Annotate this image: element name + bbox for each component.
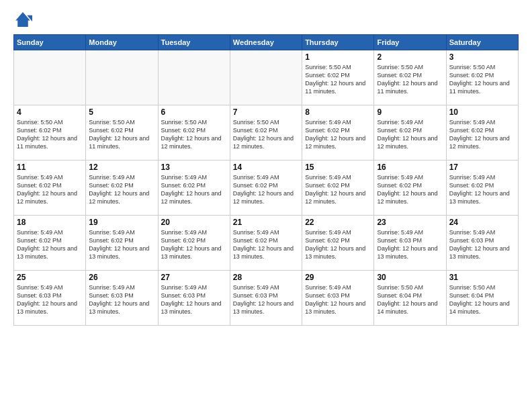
day-number: 6 bbox=[161, 107, 227, 117]
day-number: 10 bbox=[449, 107, 515, 117]
calendar-cell bbox=[14, 50, 86, 105]
cell-details: Sunrise: 5:49 AMSunset: 6:02 PMDaylight:… bbox=[449, 173, 515, 206]
cell-details: Sunrise: 5:49 AMSunset: 6:03 PMDaylight:… bbox=[449, 228, 515, 261]
cell-details: Sunrise: 5:50 AMSunset: 6:02 PMDaylight:… bbox=[377, 63, 443, 96]
page: SundayMondayTuesdayWednesdayThursdayFrid… bbox=[0, 0, 532, 411]
day-number: 12 bbox=[89, 163, 154, 172]
day-number: 9 bbox=[377, 107, 443, 117]
day-number: 26 bbox=[89, 273, 154, 282]
cell-details: Sunrise: 5:49 AMSunset: 6:03 PMDaylight:… bbox=[233, 283, 299, 316]
cell-details: Sunrise: 5:49 AMSunset: 6:03 PMDaylight:… bbox=[305, 283, 371, 316]
calendar-cell: 21Sunrise: 5:49 AMSunset: 6:02 PMDayligh… bbox=[230, 216, 302, 271]
cell-details: Sunrise: 5:49 AMSunset: 6:02 PMDaylight:… bbox=[305, 228, 371, 261]
calendar-cell: 6Sunrise: 5:50 AMSunset: 6:02 PMDaylight… bbox=[158, 105, 230, 161]
cell-details: Sunrise: 5:49 AMSunset: 6:02 PMDaylight:… bbox=[89, 173, 154, 206]
day-number: 4 bbox=[17, 107, 83, 117]
day-number: 19 bbox=[89, 218, 154, 227]
cell-details: Sunrise: 5:50 AMSunset: 6:02 PMDaylight:… bbox=[305, 63, 371, 96]
calendar-cell: 29Sunrise: 5:49 AMSunset: 6:03 PMDayligh… bbox=[302, 271, 374, 326]
day-number: 22 bbox=[305, 218, 371, 227]
weekday-header-monday: Monday bbox=[86, 35, 158, 50]
day-number: 18 bbox=[17, 218, 83, 227]
calendar-cell: 11Sunrise: 5:49 AMSunset: 6:02 PMDayligh… bbox=[14, 161, 86, 216]
cell-details: Sunrise: 5:49 AMSunset: 6:03 PMDaylight:… bbox=[17, 283, 83, 316]
logo-icon bbox=[13, 10, 32, 29]
cell-details: Sunrise: 5:49 AMSunset: 6:03 PMDaylight:… bbox=[377, 228, 443, 261]
calendar-cell: 4Sunrise: 5:50 AMSunset: 6:02 PMDaylight… bbox=[14, 105, 86, 161]
week-row-3: 18Sunrise: 5:49 AMSunset: 6:02 PMDayligh… bbox=[14, 216, 519, 271]
day-number: 24 bbox=[449, 218, 515, 227]
calendar-cell: 18Sunrise: 5:49 AMSunset: 6:02 PMDayligh… bbox=[14, 216, 86, 271]
calendar-cell: 26Sunrise: 5:49 AMSunset: 6:03 PMDayligh… bbox=[86, 271, 158, 326]
day-number: 28 bbox=[233, 273, 299, 282]
calendar-cell: 19Sunrise: 5:49 AMSunset: 6:02 PMDayligh… bbox=[86, 216, 158, 271]
calendar-cell bbox=[158, 50, 230, 105]
calendar-cell: 1Sunrise: 5:50 AMSunset: 6:02 PMDaylight… bbox=[302, 50, 374, 105]
calendar-cell bbox=[230, 50, 302, 105]
day-number: 20 bbox=[161, 218, 227, 227]
day-number: 5 bbox=[89, 107, 154, 117]
day-number: 23 bbox=[377, 218, 443, 227]
day-number: 11 bbox=[17, 163, 83, 172]
calendar-cell bbox=[86, 50, 158, 105]
calendar-cell: 25Sunrise: 5:49 AMSunset: 6:03 PMDayligh… bbox=[14, 271, 86, 326]
weekday-header-wednesday: Wednesday bbox=[230, 35, 302, 50]
cell-details: Sunrise: 5:50 AMSunset: 6:04 PMDaylight:… bbox=[377, 283, 443, 316]
day-number: 30 bbox=[377, 273, 443, 282]
week-row-1: 4Sunrise: 5:50 AMSunset: 6:02 PMDaylight… bbox=[14, 105, 519, 161]
cell-details: Sunrise: 5:49 AMSunset: 6:02 PMDaylight:… bbox=[17, 228, 83, 261]
calendar-cell: 17Sunrise: 5:49 AMSunset: 6:02 PMDayligh… bbox=[446, 161, 518, 216]
day-number: 14 bbox=[233, 163, 299, 172]
cell-details: Sunrise: 5:49 AMSunset: 6:02 PMDaylight:… bbox=[305, 173, 371, 206]
calendar-cell: 24Sunrise: 5:49 AMSunset: 6:03 PMDayligh… bbox=[446, 216, 518, 271]
calendar-cell: 27Sunrise: 5:49 AMSunset: 6:03 PMDayligh… bbox=[158, 271, 230, 326]
header bbox=[13, 10, 519, 29]
calendar-cell: 15Sunrise: 5:49 AMSunset: 6:02 PMDayligh… bbox=[302, 161, 374, 216]
calendar-cell: 23Sunrise: 5:49 AMSunset: 6:03 PMDayligh… bbox=[374, 216, 446, 271]
svg-marker-1 bbox=[15, 12, 30, 27]
week-row-4: 25Sunrise: 5:49 AMSunset: 6:03 PMDayligh… bbox=[14, 271, 519, 326]
cell-details: Sunrise: 5:49 AMSunset: 6:03 PMDaylight:… bbox=[161, 283, 227, 316]
calendar-cell: 5Sunrise: 5:50 AMSunset: 6:02 PMDaylight… bbox=[86, 105, 158, 161]
calendar-cell: 28Sunrise: 5:49 AMSunset: 6:03 PMDayligh… bbox=[230, 271, 302, 326]
day-number: 7 bbox=[233, 107, 299, 117]
weekday-header-saturday: Saturday bbox=[446, 35, 518, 50]
calendar-cell: 2Sunrise: 5:50 AMSunset: 6:02 PMDaylight… bbox=[374, 50, 446, 105]
day-number: 1 bbox=[305, 52, 371, 62]
cell-details: Sunrise: 5:50 AMSunset: 6:02 PMDaylight:… bbox=[17, 118, 83, 151]
day-number: 25 bbox=[17, 273, 83, 282]
weekday-header-tuesday: Tuesday bbox=[158, 35, 230, 50]
day-number: 2 bbox=[377, 52, 443, 62]
cell-details: Sunrise: 5:50 AMSunset: 6:02 PMDaylight:… bbox=[161, 118, 227, 151]
day-number: 3 bbox=[449, 52, 515, 62]
cell-details: Sunrise: 5:50 AMSunset: 6:02 PMDaylight:… bbox=[449, 63, 515, 96]
day-number: 21 bbox=[233, 218, 299, 227]
day-number: 8 bbox=[305, 107, 371, 117]
cell-details: Sunrise: 5:49 AMSunset: 6:02 PMDaylight:… bbox=[377, 173, 443, 206]
cell-details: Sunrise: 5:49 AMSunset: 6:02 PMDaylight:… bbox=[449, 118, 515, 151]
day-number: 15 bbox=[305, 163, 371, 172]
cell-details: Sunrise: 5:50 AMSunset: 6:02 PMDaylight:… bbox=[233, 118, 299, 151]
calendar-cell: 14Sunrise: 5:49 AMSunset: 6:02 PMDayligh… bbox=[230, 161, 302, 216]
calendar-cell: 31Sunrise: 5:50 AMSunset: 6:04 PMDayligh… bbox=[446, 271, 518, 326]
cell-details: Sunrise: 5:49 AMSunset: 6:02 PMDaylight:… bbox=[233, 228, 299, 261]
day-number: 17 bbox=[449, 163, 515, 172]
cell-details: Sunrise: 5:49 AMSunset: 6:03 PMDaylight:… bbox=[89, 283, 154, 316]
day-number: 29 bbox=[305, 273, 371, 282]
cell-details: Sunrise: 5:49 AMSunset: 6:02 PMDaylight:… bbox=[233, 173, 299, 206]
cell-details: Sunrise: 5:49 AMSunset: 6:02 PMDaylight:… bbox=[377, 118, 443, 151]
cell-details: Sunrise: 5:50 AMSunset: 6:04 PMDaylight:… bbox=[449, 283, 515, 316]
calendar-cell: 8Sunrise: 5:49 AMSunset: 6:02 PMDaylight… bbox=[302, 105, 374, 161]
calendar-cell: 3Sunrise: 5:50 AMSunset: 6:02 PMDaylight… bbox=[446, 50, 518, 105]
weekday-header-row: SundayMondayTuesdayWednesdayThursdayFrid… bbox=[14, 35, 519, 50]
calendar-cell: 7Sunrise: 5:50 AMSunset: 6:02 PMDaylight… bbox=[230, 105, 302, 161]
cell-details: Sunrise: 5:49 AMSunset: 6:02 PMDaylight:… bbox=[305, 118, 371, 151]
calendar-cell: 16Sunrise: 5:49 AMSunset: 6:02 PMDayligh… bbox=[374, 161, 446, 216]
calendar-cell: 13Sunrise: 5:49 AMSunset: 6:02 PMDayligh… bbox=[158, 161, 230, 216]
logo bbox=[13, 10, 35, 29]
calendar-cell: 12Sunrise: 5:49 AMSunset: 6:02 PMDayligh… bbox=[86, 161, 158, 216]
weekday-header-friday: Friday bbox=[374, 35, 446, 50]
day-number: 16 bbox=[377, 163, 443, 172]
weekday-header-thursday: Thursday bbox=[302, 35, 374, 50]
day-number: 13 bbox=[161, 163, 227, 172]
